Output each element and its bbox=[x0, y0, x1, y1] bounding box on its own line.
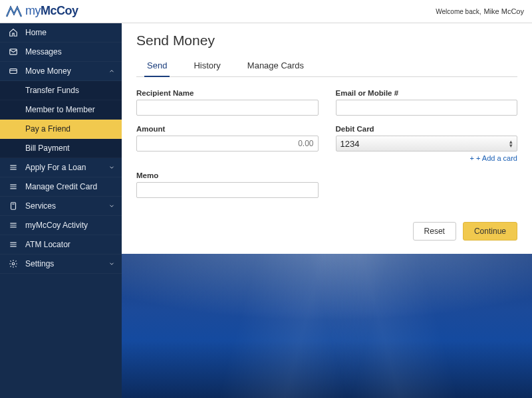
sidebar-item-label: Transfer Funds bbox=[25, 86, 115, 95]
top-bar: myMcCoy Welcome back,Mike McCoy bbox=[0, 0, 532, 23]
email-label: Email or Mobile # bbox=[336, 89, 518, 97]
menu-icon bbox=[8, 239, 19, 250]
field-amount: Amount bbox=[136, 125, 319, 162]
sidebar-item-services[interactable]: Services bbox=[0, 197, 122, 216]
welcome-text: Welcome back,Mike McCoy bbox=[436, 7, 524, 15]
sidebar-item-label: Settings bbox=[25, 259, 115, 268]
recipient-input[interactable] bbox=[136, 100, 319, 116]
brand-text: myMcCoy bbox=[25, 4, 78, 18]
sidebar-item-member-to-member[interactable]: Member to Member bbox=[0, 100, 122, 120]
add-card-link[interactable]: + + Add a card bbox=[469, 154, 517, 162]
sidebar-item-label: Manage Credit Card bbox=[25, 182, 115, 191]
page-title: Send Money bbox=[136, 33, 517, 49]
sidebar-item-label: Member to Member bbox=[25, 105, 115, 114]
sidebar-item-messages[interactable]: Messages bbox=[0, 43, 122, 62]
tab-manage-cards[interactable]: Manage Cards bbox=[245, 56, 307, 77]
field-email: Email or Mobile # bbox=[336, 89, 518, 116]
desktop-background bbox=[122, 254, 532, 398]
brand-mark-icon bbox=[5, 5, 23, 18]
svg-rect-2 bbox=[11, 203, 16, 210]
svg-point-3 bbox=[12, 262, 15, 265]
sidebar-item-bill-payment[interactable]: Bill Payment bbox=[0, 139, 122, 158]
memo-input[interactable] bbox=[136, 182, 319, 198]
card-icon bbox=[8, 66, 19, 76]
chevron-down-icon bbox=[108, 164, 115, 171]
gear-icon bbox=[8, 258, 19, 269]
sidebar-item-settings[interactable]: Settings bbox=[0, 254, 122, 274]
email-input[interactable] bbox=[336, 100, 518, 116]
menu-icon bbox=[8, 181, 19, 192]
amount-input[interactable] bbox=[136, 136, 319, 151]
sidebar-item-label: Bill Payment bbox=[25, 144, 115, 153]
field-recipient: Recipient Name bbox=[136, 89, 319, 116]
send-money-form: Recipient Name Email or Mobile # Amount … bbox=[136, 89, 517, 198]
chevron-up-icon bbox=[108, 68, 115, 74]
sidebar-item-move-money[interactable]: Move Money bbox=[0, 62, 122, 81]
select-updown-icon: ▴▾ bbox=[509, 140, 513, 148]
sidebar-item-label: Services bbox=[25, 201, 115, 211]
reset-button[interactable]: Reset bbox=[413, 222, 456, 241]
sidebar-item-label: Home bbox=[25, 28, 115, 37]
debit-select[interactable]: 1234 ▴▾ bbox=[336, 136, 518, 151]
tab-send[interactable]: Send bbox=[144, 56, 170, 77]
field-debit-card: Debit Card 1234 ▴▾ + + Add a card bbox=[336, 125, 518, 162]
sidebar-item-manage-credit-card[interactable]: Manage Credit Card bbox=[0, 177, 122, 197]
brand-logo: myMcCoy bbox=[5, 4, 78, 18]
continue-button[interactable]: Continue bbox=[463, 222, 517, 241]
menu-icon bbox=[8, 220, 19, 231]
calculator-icon bbox=[8, 201, 19, 211]
sidebar-item-pay-a-friend[interactable]: Pay a Friend bbox=[0, 120, 122, 139]
chevron-down-icon bbox=[108, 260, 115, 267]
sidebar-item-apply-loan[interactable]: Apply For a Loan bbox=[0, 158, 122, 177]
sidebar-item-label: myMcCoy Activity bbox=[25, 221, 115, 230]
svg-rect-1 bbox=[10, 69, 17, 74]
mail-icon bbox=[8, 47, 19, 57]
sidebar-item-label: Apply For a Loan bbox=[25, 163, 115, 172]
debit-selected-value: 1234 bbox=[340, 139, 360, 149]
tab-history[interactable]: History bbox=[191, 56, 223, 77]
sidebar-item-home[interactable]: Home bbox=[0, 23, 122, 43]
content: Send Money Send History Manage Cards Rec… bbox=[122, 23, 532, 398]
sidebar-item-atm-locator[interactable]: ATM Locator bbox=[0, 235, 122, 254]
debit-label: Debit Card bbox=[336, 125, 518, 133]
chevron-down-icon bbox=[108, 203, 115, 209]
sidebar-item-label: Messages bbox=[25, 47, 115, 56]
sidebar-item-mymccoy-activity[interactable]: myMcCoy Activity bbox=[0, 216, 122, 235]
sidebar-item-label: ATM Locator bbox=[25, 240, 115, 249]
button-row: Reset Continue bbox=[136, 222, 517, 241]
sidebar: Home Messages Move Money Transfer Funds … bbox=[0, 23, 122, 398]
tabs: Send History Manage Cards bbox=[136, 56, 517, 77]
add-card-row: + + Add a card bbox=[336, 154, 518, 162]
sidebar-item-label: Move Money bbox=[25, 66, 115, 76]
memo-label: Memo bbox=[136, 171, 319, 179]
recipient-label: Recipient Name bbox=[136, 89, 319, 97]
menu-icon bbox=[8, 162, 19, 173]
amount-label: Amount bbox=[136, 125, 319, 133]
sidebar-item-transfer-funds[interactable]: Transfer Funds bbox=[0, 81, 122, 100]
sidebar-item-label: Pay a Friend bbox=[25, 124, 115, 134]
home-icon bbox=[8, 27, 19, 38]
field-memo: Memo bbox=[136, 171, 319, 198]
